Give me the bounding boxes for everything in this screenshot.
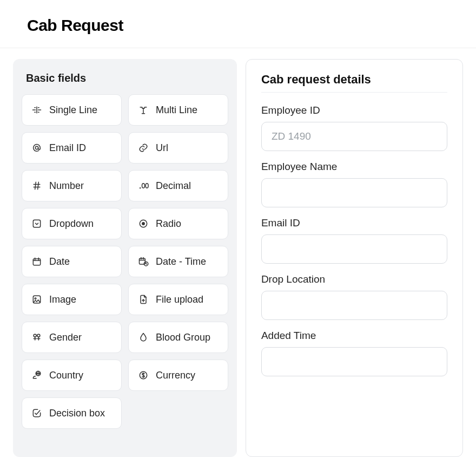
field-type-dropdown[interactable]: Dropdown [22,208,122,239]
field-type-blood-group[interactable]: Blood Group [128,322,228,353]
field-type-email[interactable]: Email ID [22,132,122,164]
page-title: Cab Request [27,16,449,35]
form-title: Cab request details [261,73,447,87]
radio-icon [137,218,149,230]
image-icon [31,293,43,305]
svg-rect-7 [33,259,40,265]
svg-point-1 [140,187,141,188]
decision-box-icon [31,407,43,419]
form-field-drop-location: Drop Location [261,273,447,320]
field-type-multi-line[interactable]: Multi Line [128,94,228,126]
date-icon [31,256,43,267]
field-type-number[interactable]: Number [22,170,122,201]
field-type-file-upload[interactable]: File upload [128,284,228,315]
field-type-label: Radio [156,218,181,230]
field-type-label: Currency [156,370,195,381]
field-type-image[interactable]: Image [22,284,122,315]
drop-location-input[interactable] [261,291,447,320]
field-palette-panel: Basic fields Single Line Multi Line [13,59,237,457]
field-type-label: Country [49,370,83,381]
added-time-input[interactable] [261,347,447,376]
field-label: Drop Location [261,273,447,285]
form-field-added-time: Added Time [261,330,447,376]
field-type-date[interactable]: Date [22,246,122,277]
field-label: Employee Name [261,161,447,173]
field-label: Added Time [261,330,447,342]
multi-line-icon [137,104,149,116]
decimal-icon [137,180,149,192]
field-label: Employee ID [261,105,447,116]
svg-point-6 [142,222,145,225]
field-type-label: Blood Group [156,332,210,343]
svg-point-11 [35,298,36,299]
svg-point-2 [142,184,144,188]
form-field-employee-id: Employee ID [261,105,447,151]
svg-rect-4 [33,220,40,227]
employee-name-input[interactable] [261,178,447,207]
field-type-radio[interactable]: Radio [128,208,228,239]
field-type-gender[interactable]: Gender [22,322,122,353]
svg-point-0 [35,146,38,149]
field-type-single-line[interactable]: Single Line [22,94,122,126]
field-type-label: Single Line [49,105,97,116]
svg-point-3 [146,184,148,188]
field-type-label: Email ID [49,142,86,154]
number-icon [31,180,43,192]
field-type-label: Dropdown [49,218,94,230]
field-type-label: Multi Line [156,105,197,116]
blood-group-icon [137,331,149,343]
form-field-email-id: Email ID [261,217,447,264]
gender-icon [31,331,43,343]
field-type-label: Date [49,256,70,267]
field-type-label: Decimal [156,180,191,192]
email-id-input[interactable] [261,234,447,264]
field-type-decimal[interactable]: Decimal [128,170,228,201]
field-type-country[interactable]: Country [22,360,122,391]
field-type-decision-box[interactable]: Decision box [22,397,122,429]
form-preview-panel: Cab request details Employee ID Employee… [246,59,463,457]
url-icon [137,142,149,154]
field-type-url[interactable]: Url [128,132,228,164]
page-header: Cab Request [0,0,476,48]
field-type-currency[interactable]: Currency [128,360,228,391]
form-field-employee-name: Employee Name [261,161,447,207]
field-type-datetime[interactable]: Date - Time [128,246,228,277]
file-upload-icon [137,293,149,305]
divider [261,92,447,93]
palette-title: Basic fields [26,72,228,84]
field-type-label: Decision box [49,408,105,419]
country-icon [31,369,43,381]
email-icon [31,142,43,154]
field-type-label: File upload [156,294,203,305]
field-type-label: Number [49,180,84,192]
field-type-label: Gender [49,332,82,343]
field-type-label: Image [49,294,76,305]
currency-icon [137,369,149,381]
employee-id-input[interactable] [261,122,447,151]
single-line-icon [31,104,43,116]
datetime-icon [137,256,149,267]
field-type-label: Url [156,142,168,154]
field-label: Email ID [261,217,447,229]
dropdown-icon [31,218,43,230]
field-type-label: Date - Time [156,256,206,267]
